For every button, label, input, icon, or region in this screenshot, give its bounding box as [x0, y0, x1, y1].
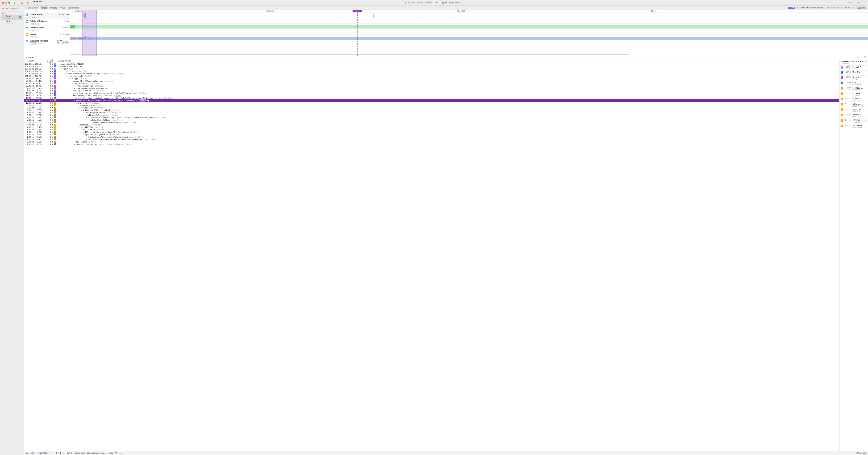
disclosure-arrow[interactable]: ▾ [82, 134, 84, 135]
record-button[interactable] [20, 1, 24, 5]
heaviest-row[interactable]: 8.00 ms 0x244240ad4SwiftData [840, 92, 868, 97]
toggle-inspector-button[interactable] [863, 56, 867, 59]
disclosure-arrow[interactable]: ▾ [79, 107, 81, 109]
disclosure-arrow[interactable]: ▾ [81, 109, 82, 111]
heaviest-row[interactable]: 4.00 ms +[_PFRoutines initiali…CoreData … [840, 108, 868, 113]
call-tree-row[interactable]: 8.00 ms7.5%0 s ▸ CALLING_SOME_+initializ… [24, 121, 839, 123]
run-item-0[interactable]: Run 20:00:22 i [1, 15, 23, 20]
call-tree-row[interactable]: 90.00 ms84.1%0 s ▾ UIApplicationMain UIK… [24, 82, 839, 85]
call-tree-toggle[interactable]: Call Tree [55, 452, 65, 454]
jump-to-source-button[interactable]: ↗ [865, 76, 867, 78]
heaviest-row[interactable]: 2.00 ms __NSCoderEnforceF…CoreData ↗ [840, 118, 868, 124]
disclosure-arrow[interactable]: ▾ [84, 136, 86, 138]
heaviest-row[interactable]: 4.00 ms _objc_msgSend_uncach…libobjc.A.d… [840, 102, 868, 108]
call-tree-row[interactable]: 3.00 ms2.8%0 s ▸ 0x244198fa0 SwiftData [24, 129, 839, 131]
heaviest-row[interactable]: 16.00 ms protocol witness for App…Exampl… [840, 81, 868, 86]
track-header-0[interactable]: ● Time Profiler Instrument CPU Usage [24, 12, 70, 19]
disclosure-arrow[interactable]: ▾ [77, 105, 79, 106]
jump-to-source-button[interactable]: ↗ [865, 103, 867, 105]
disclosure-arrow[interactable]: ▸ [89, 121, 91, 123]
call-tree-row[interactable]: 1.00 ms0.9%0 s ▾ +[NSString stringWithFo… [24, 133, 839, 136]
call-tree-row[interactable]: 107.00 ms100.0%0 s ▾ ExampleSwiftData (2… [24, 63, 839, 65]
call-tree-row[interactable]: 4.00 ms3.7%0 s ▸ _UIApplicationMainPrepa… [24, 87, 839, 89]
track-right-label[interactable]: Points [64, 20, 69, 22]
disclosure-arrow[interactable]: ▾ [79, 126, 81, 128]
heaviest-row[interactable]: 107.00 ms Main Thread 0x9bcd9f [840, 70, 868, 76]
duplicate-button[interactable]: Duplicate [855, 6, 867, 9]
disclosure-arrow[interactable]: ▾ [88, 119, 89, 121]
call-tree-constraints-button[interactable]: Call Tree Constraints [67, 452, 85, 454]
jump-to-source-button[interactable]: ↗ [865, 119, 867, 121]
disclosure-arrow[interactable]: ▸ [73, 141, 75, 143]
col-symbol[interactable]: Symbol Names [57, 60, 839, 62]
call-tree-row[interactable]: 12.00 ms11.2%0 s ▾ ModelContainer.__allo… [24, 99, 839, 102]
heaviest-refresh-button[interactable]: ⟳ [865, 60, 867, 63]
disclosure-arrow[interactable]: ▾ [68, 92, 70, 94]
call-tree-row[interactable]: 8.00 ms7.5%0 s ▾ initializeNonMetaClass … [24, 119, 839, 121]
track-lane-4[interactable]: Initi…Foreground – Active [70, 35, 868, 43]
disclosure-arrow[interactable]: ▸ [73, 143, 75, 145]
filter-tab-cpus[interactable]: CPUs [59, 6, 66, 9]
jump-to-source-button[interactable]: ↗ [865, 98, 867, 99]
charge-prune-flatten-button[interactable]: Charge, Prune, Flatten [87, 452, 106, 454]
disclosure-arrow[interactable]: ▾ [65, 73, 67, 75]
track-lane-2[interactable]: Nominal [70, 24, 868, 29]
filter-settings-button[interactable]: ⚙ [852, 7, 854, 9]
detail-tab-profile[interactable]: Profile ▾ [26, 56, 33, 59]
minimize-window[interactable] [5, 2, 7, 4]
pause-button[interactable] [26, 1, 31, 5]
filter-token-swiftdata[interactable]: SwiftData [37, 452, 49, 454]
call-tree-row[interactable]: 90.00 ms84.1%0 s ▾ closure #1 in KitRend… [24, 80, 839, 82]
disclosure-arrow[interactable]: ▸ [73, 85, 75, 87]
close-window[interactable] [2, 2, 4, 4]
heaviest-row[interactable]: 2.00 ms _dispatch_once_calloutlibdispatc… [840, 113, 868, 118]
timeline-scrollbar[interactable] [70, 54, 868, 56]
call-tree-row[interactable]: 107.00 ms100.0%0 s ▾ static App.main() S… [24, 75, 839, 77]
timeline-ruler[interactable]: 00:00.00000:05.00000:10.00000:15.000 [70, 10, 868, 12]
timeline-selection[interactable] [82, 10, 97, 56]
zoom-window[interactable] [8, 2, 10, 4]
call-tree-row[interactable]: 107.00 ms100.0%0 s ▾ main ExampleSwiftDa… [24, 70, 839, 73]
call-tree-row[interactable]: 16.00 ms15.0%0 s ▾ protocol witness for … [24, 92, 839, 94]
call-tree-row[interactable]: 8.00 ms7.5%0 s ▾ 0x244240ad4 SwiftData [24, 104, 839, 107]
heaviest-row[interactable]: 12.00 ms 0x24419f178SwiftData [840, 86, 868, 92]
disclosure-arrow[interactable]: ▾ [75, 102, 77, 104]
info-button[interactable]: i [857, 2, 860, 4]
call-tree-row[interactable]: 8.00 ms7.5%0 s ▾ -[NSManagedObjectModel … [24, 109, 839, 111]
call-tree-row[interactable]: 1.00 ms0.9%0 s ▸ _CFStringCreateWithForm… [24, 138, 839, 141]
any-filter-tag[interactable]: ✦ ANY [787, 7, 795, 9]
call-tree-row[interactable]: 107.00 ms100.0%0 s ▾ Main Thread 0x9bcd9… [24, 65, 839, 67]
call-tree-row[interactable]: 8.00 ms7.5%0 s ▾ 0x244276280 SwiftData [24, 107, 839, 109]
toggle-sidebar-button[interactable] [13, 1, 18, 5]
callers-callees-button[interactable]: Callers / Callees [109, 452, 123, 454]
filter-condition-2[interactable]: INSTRUMENT CONTAINS ▾ [826, 7, 851, 9]
filter-tab-target[interactable]: Target [39, 6, 48, 9]
filter-tab-instruments[interactable]: Instruments [66, 6, 81, 9]
call-tree-row[interactable]: 1.00 ms0.9%0 s ▸ static Update.ensure(_:… [24, 89, 839, 92]
call-tree-row[interactable]: 107.00 ms100.0%0 s ▾ static ExampleSwift… [24, 73, 839, 75]
track-header-3[interactable]: ● Hangs Instrument No Graphs [24, 32, 70, 39]
disclosure-arrow[interactable]: ▾ [81, 131, 82, 133]
disclosure-arrow[interactable]: ▾ [77, 124, 79, 126]
disclosure-arrow[interactable]: ▾ [86, 117, 88, 118]
track-lane-0[interactable] [70, 12, 868, 18]
filter-tab-threads[interactable]: Threads [48, 6, 59, 9]
disclosure-arrow[interactable]: ▸ [86, 139, 88, 140]
call-tree-row[interactable]: 91.00 ms85.0%0 s ▾ runApp(_:) SwiftUI [24, 77, 839, 80]
heaviest-row[interactable]: 8.00 ms +[NSManagedObject…CoreData ↗ [840, 97, 868, 102]
filter-condition-1[interactable]: ATTRIBUTE CONTAINS ▾target [796, 7, 825, 9]
target-selector[interactable]: Pol Piella Abadia's iPhone (18.0) 〉 Exam… [405, 1, 462, 4]
call-tree-row[interactable]: 1.00 ms0.9%0 s ▾ -[NSPersistentContainer… [24, 131, 839, 133]
call-tree-row[interactable]: 4.00 ms3.7%0 s ▾ 0x2441abeec SwiftData [24, 123, 839, 126]
next-recording-button[interactable]: Next Recording [0, 5, 24, 11]
call-tree-row[interactable]: 1.00 ms0.9%0 s ▾ _CFStringCreateWithForm… [24, 136, 839, 138]
track-lane-3[interactable] [70, 29, 868, 35]
call-tree-row[interactable]: 12.00 ms11.2%0 s ▾ 0x24419f178 SwiftData [24, 102, 839, 104]
clear-filter-button[interactable]: ⊗ [51, 452, 53, 454]
track-header-1[interactable]: ● Points of Interest Instrument Points [24, 19, 70, 26]
col-weight-sort[interactable]: ▾ [35, 60, 43, 62]
call-tree-row[interactable]: 8.00 ms7.5%0 s ▾ lookUpImpOrForward libo… [24, 114, 839, 116]
call-tree-row[interactable]: 16.00 ms15.0%0 s ▾ ExampleSwiftDataApp.i… [24, 94, 839, 97]
disclosure-arrow[interactable]: ▾ [60, 65, 61, 67]
disclosure-arrow[interactable]: ▾ [63, 70, 65, 72]
